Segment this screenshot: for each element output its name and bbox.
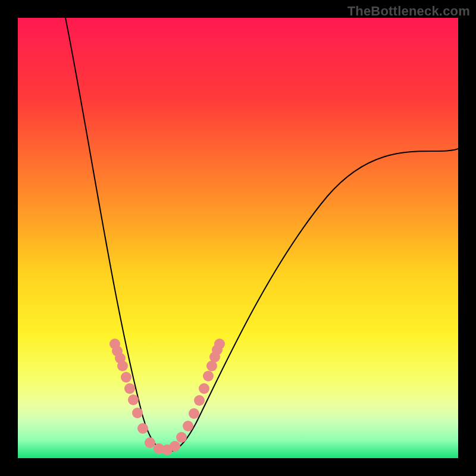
data-marker — [128, 394, 139, 405]
data-marker — [170, 441, 180, 452]
data-marker — [183, 421, 193, 431]
data-marker — [117, 361, 128, 371]
data-marker — [137, 423, 148, 434]
data-marker — [145, 437, 155, 448]
chart-svg — [18, 18, 458, 458]
data-marker — [214, 339, 225, 349]
watermark-text: TheBottleneck.com — [347, 4, 470, 19]
data-marker — [121, 372, 131, 383]
data-marker — [176, 432, 187, 443]
data-marker — [194, 395, 205, 406]
plot-area — [18, 18, 458, 458]
data-marker — [203, 371, 214, 381]
chart-background — [18, 18, 458, 458]
data-marker — [124, 383, 135, 394]
data-marker — [199, 383, 209, 394]
data-marker — [189, 408, 199, 419]
data-marker — [132, 408, 143, 418]
chart-frame: TheBottleneck.com — [0, 0, 476, 476]
